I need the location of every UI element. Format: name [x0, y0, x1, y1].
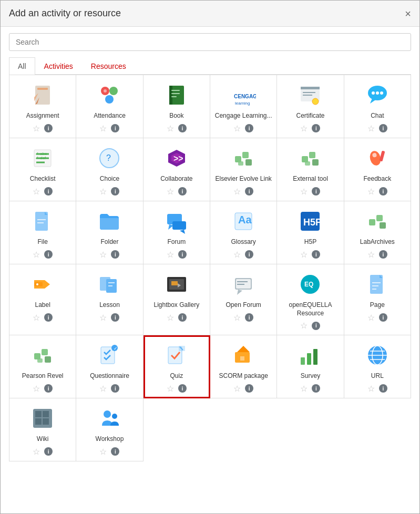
survey-info[interactable]: i — [312, 384, 320, 393]
grid-item-collaborate[interactable]: >> Collaborate ☆ i — [144, 138, 210, 201]
search-input[interactable] — [9, 33, 411, 51]
grid-item-url[interactable]: URL ☆ i — [344, 335, 411, 398]
file-star[interactable]: ☆ — [33, 250, 40, 260]
label-info[interactable]: i — [44, 313, 53, 322]
grid-item-label[interactable]: Label ☆ i — [9, 264, 76, 335]
checklist-info[interactable]: i — [44, 187, 53, 196]
externaltool-star[interactable]: ☆ — [300, 187, 308, 197]
grid-item-lesson[interactable]: Lesson ☆ i — [76, 264, 143, 335]
grid-item-feedback[interactable]: Feedback ☆ i — [344, 138, 411, 201]
grid-item-survey[interactable]: Survey ☆ i — [277, 335, 344, 398]
externaltool-info[interactable]: i — [312, 187, 320, 196]
labarchives-star[interactable]: ☆ — [367, 250, 375, 260]
pearsonrevel-info[interactable]: i — [44, 384, 53, 393]
choice-star[interactable]: ☆ — [99, 187, 107, 197]
quiz-star[interactable]: ☆ — [167, 384, 174, 394]
attendance-star[interactable]: ☆ — [99, 124, 107, 133]
quiz-info[interactable]: i — [178, 384, 187, 393]
workshop-star[interactable]: ☆ — [99, 447, 107, 457]
chat-star[interactable]: ☆ — [367, 124, 375, 133]
close-button[interactable]: × — [405, 8, 411, 19]
certificate-star[interactable]: ☆ — [300, 124, 308, 133]
grid-item-cengage[interactable]: CENGAGElearning Cengage Learning... ☆ i — [210, 75, 277, 138]
grid-item-assignment[interactable]: Assignment ☆ i — [9, 75, 76, 138]
wiki-star[interactable]: ☆ — [33, 447, 40, 457]
openequella-star[interactable]: ☆ — [300, 321, 308, 331]
attendance-info[interactable]: i — [111, 124, 119, 132]
grid-item-book[interactable]: Book ☆ i — [144, 75, 210, 138]
collaborate-star[interactable]: ☆ — [167, 187, 174, 197]
grid-item-openforum[interactable]: Open Forum ☆ i — [210, 264, 277, 335]
folder-star[interactable]: ☆ — [99, 250, 107, 260]
elsevier-star[interactable]: ☆ — [233, 187, 241, 197]
folder-info[interactable]: i — [111, 250, 119, 259]
assignment-star[interactable]: ☆ — [33, 124, 40, 133]
grid-item-checklist[interactable]: ✓ abc✓ def Checklist ☆ i — [9, 138, 76, 201]
openforum-star[interactable]: ☆ — [233, 313, 241, 323]
grid-item-openequella[interactable]: EQ openEQUELLA Resource ☆ i — [277, 264, 344, 335]
openequella-info[interactable]: i — [312, 322, 320, 330]
openforum-info[interactable]: i — [245, 313, 253, 322]
tab-all[interactable]: All — [9, 57, 35, 75]
grid-item-choice[interactable]: ? Choice ☆ i — [76, 138, 143, 201]
checklist-star[interactable]: ☆ — [33, 187, 40, 197]
glossary-star[interactable]: ☆ — [233, 250, 241, 260]
grid-item-externaltool[interactable]: External tool ☆ i — [277, 138, 344, 201]
wiki-info[interactable]: i — [44, 447, 53, 456]
grid-item-elsevier[interactable]: Elsevier Evolve Link ☆ i — [210, 138, 277, 201]
tab-activities[interactable]: Activities — [35, 57, 82, 75]
cengage-info[interactable]: i — [245, 124, 253, 132]
forum-info[interactable]: i — [178, 250, 187, 259]
lightbox-star[interactable]: ☆ — [167, 313, 174, 323]
lightbox-info[interactable]: i — [178, 313, 187, 322]
grid-item-workshop[interactable]: Workshop ☆ i — [76, 398, 143, 461]
grid-item-glossary[interactable]: Aa Glossary ☆ i — [210, 201, 277, 264]
forum-star[interactable]: ☆ — [167, 250, 174, 260]
grid-item-labarchives[interactable]: LabArchives ☆ i — [344, 201, 411, 264]
feedback-star[interactable]: ☆ — [367, 187, 375, 197]
url-info[interactable]: i — [379, 384, 387, 393]
questionnaire-info[interactable]: i — [111, 384, 119, 393]
lesson-star[interactable]: ☆ — [99, 313, 107, 323]
grid-item-certificate[interactable]: Certificate ☆ i — [277, 75, 344, 138]
page-info[interactable]: i — [379, 313, 387, 322]
pearsonrevel-star[interactable]: ☆ — [33, 384, 40, 394]
collaborate-info[interactable]: i — [178, 187, 187, 196]
grid-item-forum[interactable]: Forum ☆ i — [144, 201, 210, 264]
cengage-star[interactable]: ☆ — [233, 124, 241, 133]
glossary-info[interactable]: i — [245, 250, 253, 259]
feedback-info[interactable]: i — [379, 187, 387, 196]
file-info[interactable]: i — [44, 250, 53, 259]
scorm-info[interactable]: i — [245, 384, 253, 393]
certificate-info[interactable]: i — [312, 124, 320, 132]
elsevier-info[interactable]: i — [245, 187, 253, 196]
url-star[interactable]: ☆ — [367, 384, 375, 394]
grid-item-folder[interactable]: Folder ☆ i — [76, 201, 143, 264]
grid-item-chat[interactable]: Chat ☆ i — [344, 75, 411, 138]
grid-item-h5p[interactable]: H5P H5P ☆ i — [277, 201, 344, 264]
grid-item-pearsonrevel[interactable]: Pearson Revel ☆ i — [9, 335, 76, 398]
label-star[interactable]: ☆ — [33, 313, 40, 323]
page-star[interactable]: ☆ — [367, 313, 375, 323]
lesson-info[interactable]: i — [111, 313, 119, 322]
grid-item-page[interactable]: Page ☆ i — [344, 264, 411, 335]
workshop-info[interactable]: i — [111, 447, 119, 456]
labarchives-info[interactable]: i — [379, 250, 387, 259]
grid-item-attendance[interactable]: Attendance ☆ i — [76, 75, 143, 138]
book-info[interactable]: i — [178, 124, 187, 132]
grid-item-quiz[interactable]: Quiz ☆ i — [144, 335, 210, 398]
tab-resources[interactable]: Resources — [82, 57, 135, 75]
choice-info[interactable]: i — [111, 187, 119, 196]
grid-item-scorm[interactable]: SCORM package ☆ i — [210, 335, 277, 398]
scorm-star[interactable]: ☆ — [233, 384, 241, 394]
survey-star[interactable]: ☆ — [300, 384, 308, 394]
book-star[interactable]: ☆ — [167, 124, 174, 133]
assignment-info[interactable]: i — [44, 124, 53, 132]
grid-item-questionnaire[interactable]: ✓ Questionnaire ☆ i — [76, 335, 143, 398]
grid-item-file[interactable]: File ☆ i — [9, 201, 76, 264]
chat-info[interactable]: i — [379, 124, 387, 132]
grid-item-lightbox[interactable]: Lightbox Gallery ☆ i — [144, 264, 210, 335]
h5p-star[interactable]: ☆ — [300, 250, 308, 260]
grid-item-wiki[interactable]: Wiki ☆ i — [9, 398, 76, 461]
questionnaire-star[interactable]: ☆ — [99, 384, 107, 394]
